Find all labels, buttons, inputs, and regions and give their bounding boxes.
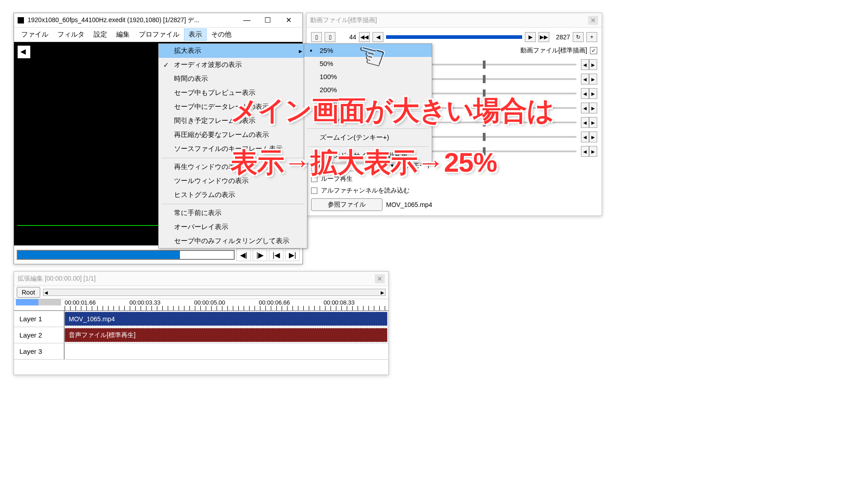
close-button[interactable]: ✕ <box>278 14 299 27</box>
arrow-left-icon[interactable]: ◀ <box>581 74 589 84</box>
layer-3: Layer 3 <box>14 343 388 360</box>
go-start-button[interactable]: |◀ <box>269 249 283 261</box>
arrow-left-icon[interactable]: ◀ <box>581 131 589 142</box>
ruler-tick: 00:00:01.66 <box>65 299 129 306</box>
main-titlebar[interactable]: 1920x1080_60fps_44100Hz.exedit (1920,108… <box>14 13 302 28</box>
ruler-tick: 00:00:03.33 <box>129 299 194 306</box>
seek-icon[interactable]: ▯ <box>325 32 335 42</box>
reference-file-button[interactable]: 参照ファイル <box>311 198 382 211</box>
clip-video[interactable]: MOV_1065.mp4 <box>65 312 387 326</box>
layer-2: Layer 2 音声ファイル[標準再生] <box>14 327 388 343</box>
layer-1-label[interactable]: Layer 1 <box>14 311 65 327</box>
main-title: 1920x1080_60fps_44100Hz.exedit (1920,108… <box>28 16 236 24</box>
object-enable-checkbox[interactable]: ✓ <box>590 47 597 54</box>
menu-overlay[interactable]: オーバーレイ表示 <box>159 220 307 234</box>
layer-1: Layer 1 MOV_1065.mp4 <box>14 311 388 327</box>
home-icon[interactable] <box>18 46 30 58</box>
next-button[interactable]: ▶ <box>525 32 536 42</box>
root-button[interactable]: Root <box>17 287 40 298</box>
reload-icon[interactable]: ↻ <box>573 32 584 42</box>
arrow-left-icon[interactable]: ◀ <box>581 103 589 113</box>
frame-total: 2827 <box>552 33 570 41</box>
alpha-checkbox[interactable] <box>311 188 317 194</box>
step-forward-button[interactable]: |▶ <box>253 249 267 261</box>
layer-2-label[interactable]: Layer 2 <box>14 327 65 343</box>
properties-titlebar[interactable]: 動画ファイル[標準描画] ✕ <box>307 13 602 28</box>
menu-audio-wave[interactable]: オーディオ波形の表示 <box>159 58 307 72</box>
arrow-left-icon[interactable]: ◀ <box>581 146 589 157</box>
step-back-button[interactable]: ◀| <box>236 249 251 261</box>
app-icon <box>18 17 24 23</box>
add-button[interactable]: + <box>586 32 597 42</box>
arrow-right-icon[interactable]: ▶ <box>589 146 597 157</box>
menu-save-filter[interactable]: セーブ中のみフィルタリングして表示 <box>159 234 307 248</box>
arrow-left-icon[interactable]: ◀ <box>581 117 589 128</box>
close-button[interactable]: ✕ <box>375 274 385 283</box>
menu-separator <box>161 204 304 204</box>
menu-filter[interactable]: フィルタ <box>53 28 89 41</box>
menu-time[interactable]: 時間の表示 <box>159 72 307 86</box>
layer-3-label[interactable]: Layer 3 <box>14 343 65 359</box>
maximize-button[interactable]: ☐ <box>257 14 278 27</box>
menu-recompress[interactable]: 再圧縮が必要なフレームの表示 <box>159 128 307 142</box>
arrow-right-icon[interactable]: ▶ <box>589 131 597 142</box>
menu-profile[interactable]: プロファイル <box>134 28 184 41</box>
menu-other[interactable]: その他 <box>207 28 236 41</box>
timeline-ruler[interactable]: 00:00:01.66 00:00:03.33 00:00:05.00 00:0… <box>14 299 388 311</box>
frame-current: 44 <box>338 33 356 41</box>
menu-zoom[interactable]: 拡大表示 <box>159 44 307 58</box>
minimize-button[interactable]: — <box>236 14 257 27</box>
ruler-tick: 00:00:06.66 <box>259 299 324 306</box>
ruler-tick: 00:00:05.00 <box>194 299 259 306</box>
timeline-titlebar[interactable]: 拡張編集 [00:00:00.00] [1/1] ✕ <box>14 272 388 286</box>
reference-filename: MOV_1065.mp4 <box>386 201 432 208</box>
go-end-button[interactable]: ▶| <box>285 249 300 261</box>
zoom-strip[interactable] <box>16 299 61 305</box>
arrow-right-icon[interactable]: ▶ <box>589 88 597 99</box>
annotation-line2: 表示→拡大表示→25% <box>231 145 497 181</box>
scrub-bar[interactable] <box>17 250 235 260</box>
reference-row: 参照ファイル MOV_1065.mp4 <box>311 197 597 213</box>
menu-view[interactable]: 表示 <box>184 28 207 41</box>
arrow-left-icon[interactable]: ◀ <box>581 59 589 70</box>
timeline-window: 拡張編集 [00:00:00.00] [1/1] ✕ Root ◀▶ 00:00… <box>14 271 389 375</box>
alpha-label: アルファチャンネルを読み込む <box>321 187 410 195</box>
arrow-right-icon[interactable]: ▶ <box>589 59 597 70</box>
alpha-row: アルファチャンネルを読み込む <box>311 185 597 197</box>
forward-button[interactable]: ▶▶ <box>538 32 549 42</box>
properties-title: 動画ファイル[標準描画] <box>310 16 588 24</box>
seek-icon[interactable]: ▯ <box>311 32 322 42</box>
menu-settings[interactable]: 設定 <box>89 28 112 41</box>
timeline-scrollbar[interactable]: ◀▶ <box>43 289 386 296</box>
arrow-left-icon[interactable]: ◀ <box>581 88 589 99</box>
menu-edit[interactable]: 編集 <box>112 28 134 41</box>
clip-audio[interactable]: 音声ファイル[標準再生] <box>65 328 387 342</box>
menu-histogram[interactable]: ヒストグラムの表示 <box>159 188 307 202</box>
arrow-right-icon[interactable]: ▶ <box>589 117 597 128</box>
ruler-tick: 00:00:08.33 <box>324 299 388 306</box>
timeline-toolbar: Root ◀▶ <box>14 286 388 299</box>
zoom-in[interactable]: ズームイン(テンキー+) <box>304 131 432 145</box>
arrow-right-icon[interactable]: ▶ <box>589 74 597 84</box>
menu-file[interactable]: ファイル <box>17 28 53 41</box>
menubar: ファイル フィルタ 設定 編集 プロファイル 表示 その他 <box>14 28 302 42</box>
menu-always-top[interactable]: 常に手前に表示 <box>159 206 307 220</box>
timeline-title: 拡張編集 [00:00:00.00] [1/1] <box>18 275 375 283</box>
seek-bar[interactable] <box>386 35 522 39</box>
close-button[interactable]: ✕ <box>588 16 598 25</box>
arrow-right-icon[interactable]: ▶ <box>589 103 597 113</box>
annotation-line1: メイン画面が大きい場合は <box>231 93 554 129</box>
object-type-label: 動画ファイル[標準描画] <box>520 47 587 55</box>
